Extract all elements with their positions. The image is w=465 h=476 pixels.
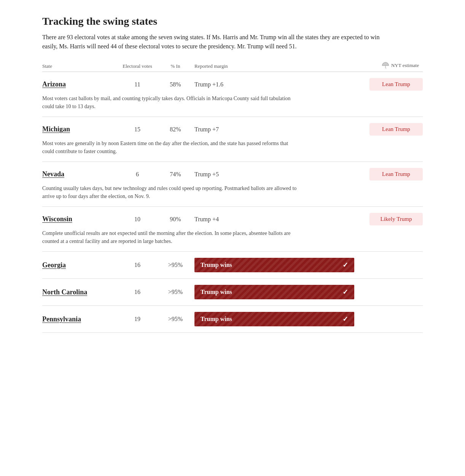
- state-note: Most voters cast ballots by mail, and co…: [42, 94, 301, 110]
- table-row: Wisconsin1090%Trump +4Likely TrumpComple…: [42, 207, 423, 252]
- lean-trump-badge: Lean Trump: [369, 168, 423, 180]
- trump-wins-checkmark: ✓: [342, 315, 348, 323]
- state-main-row: Pennsylvania19>95%: [42, 315, 194, 323]
- table-header: State Electoral votes % In Reported marg…: [42, 62, 423, 72]
- percent-in: 74%: [156, 171, 194, 178]
- electoral-votes: 19: [118, 316, 156, 323]
- electoral-votes: 16: [118, 262, 156, 268]
- trump-wins-text: Trump wins: [201, 316, 232, 323]
- table-row: Arizona1158%Trump +1.6Lean TrumpMost vot…: [42, 72, 423, 117]
- state-name: Michigan: [42, 125, 118, 133]
- state-name: Nevada: [42, 170, 118, 178]
- trump-wins-container: Trump wins✓: [194, 312, 354, 326]
- trump-wins-outer-row: Pennsylvania19>95%Trump wins✓: [42, 312, 423, 326]
- electoral-votes: 15: [118, 126, 156, 133]
- col-header-margin: Reported margin: [194, 63, 324, 69]
- badge-container: Lean Trump: [324, 78, 423, 91]
- table-row: North Carolina16>95%Trump wins✓: [42, 279, 423, 306]
- state-main-row: Wisconsin1090%Trump +4Likely Trump: [42, 213, 423, 225]
- electoral-votes: 11: [118, 81, 156, 88]
- trump-wins-badge: Trump wins✓: [194, 312, 354, 326]
- trump-wins-text: Trump wins: [201, 289, 232, 296]
- electoral-votes: 6: [118, 171, 156, 178]
- trump-wins-checkmark: ✓: [342, 288, 348, 296]
- table-row: Nevada674%Trump +5Lean TrumpCounting usu…: [42, 162, 423, 207]
- state-note: Most votes are generally in by noon East…: [42, 139, 301, 155]
- state-name: North Carolina: [42, 288, 118, 296]
- trump-wins-outer-row: North Carolina16>95%Trump wins✓: [42, 285, 423, 299]
- table-row: Georgia16>95%Trump wins✓: [42, 252, 423, 279]
- reported-margin: Trump +7: [194, 126, 324, 133]
- trump-wins-text: Trump wins: [201, 262, 232, 268]
- badge-container: Lean Trump: [324, 168, 423, 180]
- state-note: Complete unofficial results are not expe…: [42, 229, 301, 245]
- lean-trump-badge: Lean Trump: [369, 123, 423, 136]
- percent-in: >95%: [156, 262, 194, 268]
- state-main-row: Arizona1158%Trump +1.6Lean Trump: [42, 78, 423, 91]
- states-container: Arizona1158%Trump +1.6Lean TrumpMost vot…: [42, 72, 423, 333]
- trump-wins-container: Trump wins✓: [194, 258, 354, 272]
- estimate-header-label: NYT estimate: [391, 62, 419, 69]
- badge-container: Likely Trump: [324, 213, 423, 225]
- intro-text: There are 93 electoral votes at stake am…: [42, 33, 385, 51]
- page-title: Tracking the swing states: [42, 15, 423, 27]
- badge-container: Lean Trump: [324, 123, 423, 136]
- col-header-estimate: NYT estimate: [324, 62, 423, 69]
- reported-margin: Trump +5: [194, 171, 324, 178]
- trump-wins-outer-row: Georgia16>95%Trump wins✓: [42, 258, 423, 272]
- table-row: Michigan1582%Trump +7Lean TrumpMost vote…: [42, 117, 423, 162]
- table-row: Pennsylvania19>95%Trump wins✓: [42, 306, 423, 333]
- trump-wins-badge: Trump wins✓: [194, 258, 354, 272]
- state-main-row: North Carolina16>95%: [42, 288, 194, 296]
- state-main-row: Georgia16>95%: [42, 261, 194, 269]
- col-header-ev: Electoral votes: [118, 63, 156, 69]
- state-name: Pennsylvania: [42, 315, 118, 323]
- state-name: Georgia: [42, 261, 118, 269]
- percent-in: 58%: [156, 81, 194, 88]
- state-name: Wisconsin: [42, 215, 118, 223]
- reported-margin: Trump +4: [194, 216, 324, 223]
- percent-in: 82%: [156, 126, 194, 133]
- state-note: Counting usually takes days, but new tec…: [42, 184, 301, 200]
- trump-wins-container: Trump wins✓: [194, 285, 354, 299]
- umbrella-icon: [382, 62, 389, 69]
- state-main-row: Michigan1582%Trump +7Lean Trump: [42, 123, 423, 136]
- trump-wins-badge: Trump wins✓: [194, 285, 354, 299]
- trump-wins-checkmark: ✓: [342, 261, 348, 269]
- state-main-row: Nevada674%Trump +5Lean Trump: [42, 168, 423, 180]
- electoral-votes: 10: [118, 216, 156, 223]
- electoral-votes: 16: [118, 289, 156, 296]
- percent-in: >95%: [156, 316, 194, 323]
- percent-in: >95%: [156, 289, 194, 296]
- col-header-pct: % In: [156, 63, 194, 69]
- percent-in: 90%: [156, 216, 194, 223]
- reported-margin: Trump +1.6: [194, 81, 324, 88]
- state-name: Arizona: [42, 80, 118, 88]
- likely-trump-badge: Likely Trump: [369, 213, 423, 225]
- lean-trump-badge: Lean Trump: [369, 78, 423, 91]
- col-header-state: State: [42, 63, 118, 69]
